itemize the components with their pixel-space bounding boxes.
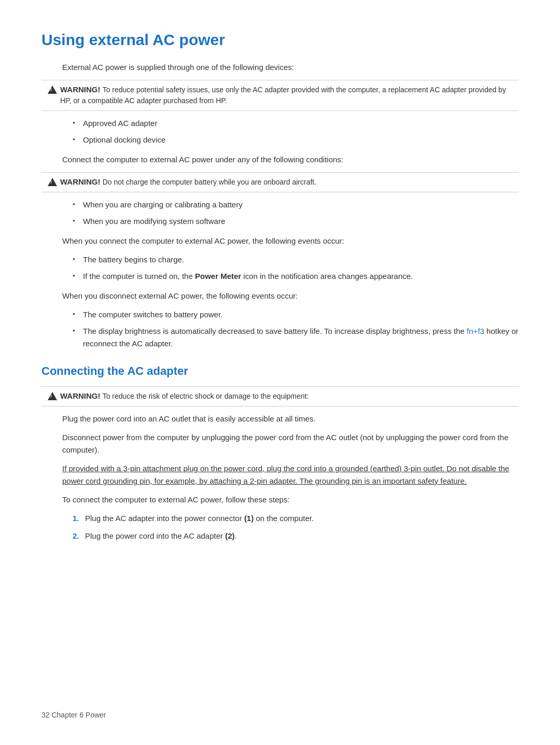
list-item: The battery begins to charge. [73, 254, 519, 266]
fn-f3-link[interactable]: fn+f3 [467, 327, 484, 335]
step2-post: . [235, 531, 237, 540]
step1-post: on the computer. [254, 514, 314, 523]
warning-triangle-icon-2 [48, 178, 57, 186]
warning-triangle-icon-3 [48, 392, 57, 400]
connect-conditions-paragraph: Connect the computer to external AC powe… [62, 153, 519, 166]
list-item: The display brightness is automatically … [73, 325, 519, 350]
list-item: Plug the AC adapter into the power conne… [73, 512, 519, 525]
page-footer: 32 Chapter 6 Power [41, 711, 106, 719]
step1-bold: (1) [244, 514, 254, 523]
warning-label-2: WARNING! [60, 177, 101, 186]
section2-title: Connecting the AC adapter [41, 364, 519, 378]
warning-text-2: Do not charge the computer battery while… [103, 178, 316, 186]
section2-p1: Plug the power cord into an AC outlet th… [62, 413, 519, 425]
bullet4-item2-pre: The display brightness is automatically … [83, 327, 467, 335]
list-item: Plug the power cord into the AC adapter … [73, 530, 519, 542]
warning-content-3: WARNING! To reduce the risk of electric … [60, 391, 309, 402]
numbered-list: Plug the AC adapter into the power conne… [73, 512, 519, 542]
warning-box-1: WARNING! To reduce potential safety issu… [41, 80, 519, 111]
bullet3-item2-pre: If the computer is turned on, the [83, 272, 195, 280]
bullet-list-4: The computer switches to battery power. … [73, 308, 519, 350]
step2-bold: (2) [225, 531, 234, 540]
step2-pre: Plug the power cord into the AC adapter [85, 531, 225, 540]
section2-p4: To connect the computer to external AC p… [62, 494, 519, 506]
bullet-list-1: Approved AC adapter Optional docking dev… [73, 117, 519, 146]
section2-p2: Disconnect power from the computer by un… [62, 431, 519, 456]
warning-label-3: WARNING! [60, 391, 101, 400]
bullet-list-2: When you are charging or calibrating a b… [73, 199, 519, 228]
bullet3-item2-bold: Power Meter [195, 272, 241, 280]
bullet-list-3: The battery begins to charge. If the com… [73, 254, 519, 283]
warning-text-3: To reduce the risk of electric shock or … [103, 392, 309, 400]
disconnect-intro-paragraph: When you disconnect external AC power, t… [62, 290, 519, 302]
warning-box-3: WARNING! To reduce the risk of electric … [41, 386, 519, 406]
warning-text-1: To reduce potential safety issues, use o… [60, 86, 506, 105]
warning-label-1: WARNING! [60, 85, 101, 94]
list-item: The computer switches to battery power. [73, 308, 519, 321]
list-item: Optional docking device [73, 134, 519, 146]
page-title: Using external AC power [41, 31, 519, 49]
intro-paragraph: External AC power is supplied through on… [62, 61, 519, 74]
list-item: Approved AC adapter [73, 117, 519, 130]
warning-content-1: WARNING! To reduce potential safety issu… [60, 85, 512, 106]
warning-box-2: WARNING! Do not charge the computer batt… [41, 172, 519, 192]
section2-p3: If provided with a 3-pin attachment plug… [62, 462, 519, 487]
events-intro-paragraph: When you connect the computer to externa… [62, 235, 519, 247]
bullet3-item2-post: icon in the notification area changes ap… [241, 272, 413, 280]
warning-content-2: WARNING! Do not charge the computer batt… [60, 177, 316, 188]
step1-pre: Plug the AC adapter into the power conne… [85, 514, 244, 523]
list-item: When you are charging or calibrating a b… [73, 199, 519, 211]
list-item: When you are modifying system software [73, 215, 519, 228]
warning-triangle-icon-1 [48, 86, 57, 94]
list-item: If the computer is turned on, the Power … [73, 270, 519, 283]
